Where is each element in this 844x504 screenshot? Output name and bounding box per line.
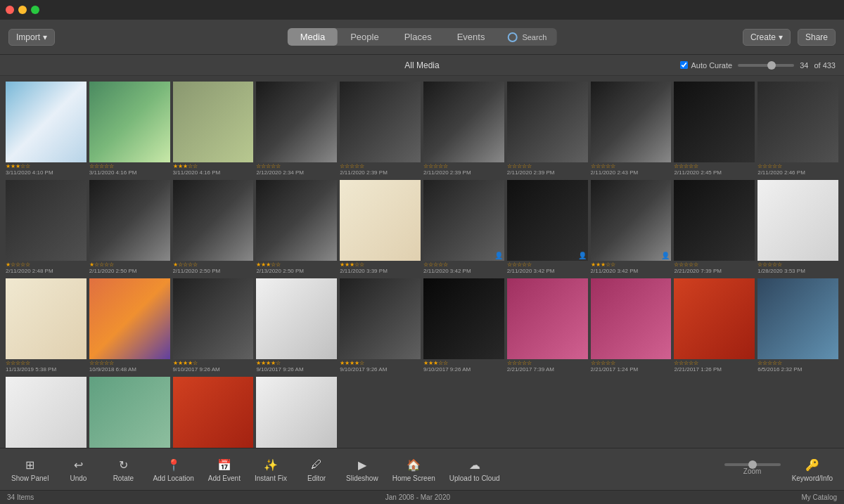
rotate-button[interactable]: ↻ Rotate [102, 453, 144, 485]
rotate-label: Rotate [113, 474, 134, 482]
close-button[interactable] [6, 6, 14, 14]
list-item[interactable]: ☆☆☆☆☆2/11/2020 2:39 PM [507, 82, 588, 177]
list-item[interactable]: ★☆☆☆☆2/11/2020 2:50 PM [89, 180, 170, 276]
list-item[interactable]: ☆☆☆☆☆2/11/2020 2:46 PM [757, 82, 838, 177]
upload-cloud-button[interactable]: ☁ Upload to Cloud [444, 453, 506, 485]
photo-date: 3/11/2020 4:10 PM [6, 169, 87, 176]
photo-date: 10/9/2018 6:48 AM [89, 366, 170, 373]
add-location-button[interactable]: 📍 Add Location [147, 453, 199, 485]
star-rating: ★★★☆☆ [591, 261, 672, 269]
list-item[interactable]: ☆☆☆☆☆3/11/2020 4:16 PM [89, 82, 170, 177]
photo-date: 3/11/2020 4:16 PM [173, 169, 254, 176]
list-item[interactable]: ★★★★★1/20/2008 11:31 PM [256, 377, 337, 448]
nav-tabs: Media People Places Events Search [288, 28, 557, 46]
photo-date: 2/11/2020 2:50 PM [173, 268, 254, 275]
main-toolbar: Import ▾ Media People Places Events Sear… [0, 20, 844, 55]
star-rating: ☆☆☆☆☆ [674, 360, 755, 367]
list-item[interactable]: ☆☆☆☆☆6/5/2016 2:32 PM [757, 278, 838, 374]
create-button[interactable]: Create ▾ [743, 29, 791, 46]
photo-date: 2/21/2017 7:39 AM [507, 366, 588, 373]
zoom-slider[interactable] [724, 463, 781, 466]
undo-button[interactable]: ↩ Undo [57, 453, 99, 485]
list-item[interactable]: ☆☆☆☆☆9/29/2012 1:41 PM [89, 377, 170, 448]
list-item[interactable]: ☆☆☆☆☆10/26/2008 8:57 PM [173, 377, 254, 448]
person-icon: 👤 [494, 252, 503, 259]
star-rating: ☆☆☆☆☆ [6, 360, 87, 367]
star-rating: ☆☆☆☆☆ [507, 261, 588, 269]
list-item[interactable]: ☆☆☆☆☆2/11/2020 2:39 PM [423, 82, 504, 177]
photo-date: 11/13/2019 5:38 PM [6, 366, 87, 373]
auto-curate-label: Auto Curate [691, 61, 732, 70]
photo-count: 34 [800, 61, 808, 70]
list-item[interactable]: ☆☆☆☆☆2/21/2020 7:39 PM [674, 180, 755, 276]
curate-slider[interactable] [738, 64, 794, 67]
auto-curate-control: Auto Curate [680, 61, 732, 70]
instant-fix-button[interactable]: ✨ Instant Fix [249, 453, 293, 485]
tab-search[interactable]: Search [497, 29, 556, 46]
list-item[interactable]: ☆☆☆☆☆1/28/2020 3:53 PM [757, 180, 838, 276]
photo-date: 9/10/2017 9:26 AM [256, 366, 337, 373]
star-rating: ★★★★☆ [340, 360, 421, 367]
list-item[interactable]: ☆☆☆☆☆2/21/2017 7:39 AM [507, 278, 588, 374]
tab-places[interactable]: Places [392, 28, 445, 46]
list-item[interactable]: ☆☆☆☆☆2/11/2020 2:43 PM [591, 82, 672, 177]
list-item[interactable]: ★★★☆☆2/13/2020 2:50 PM [256, 180, 337, 276]
list-item[interactable]: ☆☆☆☆☆10/9/2018 6:48 AM [89, 278, 170, 374]
list-item[interactable]: ★★★☆☆3/11/2020 4:16 PM [173, 82, 254, 177]
main-content: ★★★☆☆3/11/2020 4:10 PM☆☆☆☆☆3/11/2020 4:1… [0, 76, 844, 448]
editor-icon: 🖊 [308, 456, 325, 473]
minimize-button[interactable] [18, 6, 27, 14]
all-media-title: All Media [404, 60, 439, 70]
star-rating: ★★★☆☆ [423, 360, 504, 367]
list-item[interactable]: ★★★☆☆3/11/2020 4:10 PM [6, 82, 87, 177]
list-item[interactable]: 👤★★★☆☆2/11/2020 3:42 PM [591, 180, 672, 276]
tab-media[interactable]: Media [288, 28, 338, 46]
list-item[interactable]: ☆☆☆☆☆1/14/2016 8:09 PM [6, 377, 87, 448]
star-rating: ☆☆☆☆☆ [591, 163, 672, 170]
list-item[interactable]: ★★★★☆9/10/2017 9:26 AM [256, 278, 337, 374]
list-item[interactable]: ☆☆☆☆☆2/21/2017 1:26 PM [674, 278, 755, 374]
list-item[interactable]: ★☆☆☆☆2/11/2020 2:50 PM [173, 180, 254, 276]
list-item[interactable]: 👤☆☆☆☆☆2/11/2020 3:42 PM [507, 180, 588, 276]
person-icon: 👤 [661, 252, 670, 259]
star-rating: ★★★☆☆ [256, 261, 337, 269]
list-item[interactable]: ☆☆☆☆☆2/12/2020 2:34 PM [256, 82, 337, 177]
show-panel-button[interactable]: ⊞ Show Panel [6, 453, 54, 485]
list-item[interactable]: ☆☆☆☆☆2/11/2020 2:39 PM [340, 82, 421, 177]
list-item[interactable]: ★★★★☆9/10/2017 9:26 AM [173, 278, 254, 374]
star-rating: ☆☆☆☆☆ [757, 261, 838, 269]
add-event-button[interactable]: 📅 Add Event [203, 453, 246, 485]
list-item[interactable]: ☆☆☆☆☆2/11/2020 2:45 PM [674, 82, 755, 177]
window-controls[interactable] [6, 6, 39, 14]
star-rating: ★☆☆☆☆ [89, 261, 170, 269]
share-button[interactable]: Share [798, 29, 836, 46]
photo-date: 9/10/2017 9:26 AM [423, 366, 504, 373]
list-item[interactable]: ★★★☆☆2/11/2020 3:39 PM [340, 180, 421, 276]
list-item[interactable]: ☆☆☆☆☆2/21/2017 1:24 PM [591, 278, 672, 374]
slideshow-label: Slideshow [346, 474, 378, 482]
maximize-button[interactable] [31, 6, 39, 14]
tab-people[interactable]: People [338, 28, 391, 46]
slideshow-button[interactable]: ▶ Slideshow [340, 453, 384, 485]
editor-button[interactable]: 🖊 Editor [295, 453, 338, 485]
keyword-info-button[interactable]: 🔑 Keyword/Info [786, 453, 838, 485]
import-button[interactable]: Import ▾ [8, 29, 55, 46]
bottom-right: Zoom 🔑 Keyword/Info [724, 453, 838, 485]
photo-date: 2/13/2020 2:50 PM [256, 268, 337, 275]
photo-date: 2/11/2020 2:39 PM [340, 169, 421, 176]
star-rating: ★★★★☆ [173, 360, 254, 367]
list-item[interactable]: ★★★☆☆9/10/2017 9:26 AM [423, 278, 504, 374]
auto-curate-checkbox[interactable] [680, 61, 688, 69]
home-screen-button[interactable]: 🏠 Home Screen [387, 453, 441, 485]
list-item[interactable]: 👤☆☆☆☆☆2/11/2020 3:42 PM [423, 180, 504, 276]
list-item[interactable]: ☆☆☆☆☆11/13/2019 5:38 PM [6, 278, 87, 374]
add-location-label: Add Location [153, 474, 193, 482]
photo-date: 2/11/2020 2:43 PM [591, 169, 672, 176]
list-item[interactable]: ★☆☆☆☆2/11/2020 2:48 PM [6, 180, 87, 276]
tab-events[interactable]: Events [445, 28, 498, 46]
photo-date: 6/5/2016 2:32 PM [757, 366, 838, 373]
photo-date: 2/21/2017 1:26 PM [674, 366, 755, 373]
star-rating: ★☆☆☆☆ [6, 261, 87, 269]
list-item[interactable]: ★★★★☆9/10/2017 9:26 AM [340, 278, 421, 374]
slideshow-icon: ▶ [354, 456, 371, 473]
